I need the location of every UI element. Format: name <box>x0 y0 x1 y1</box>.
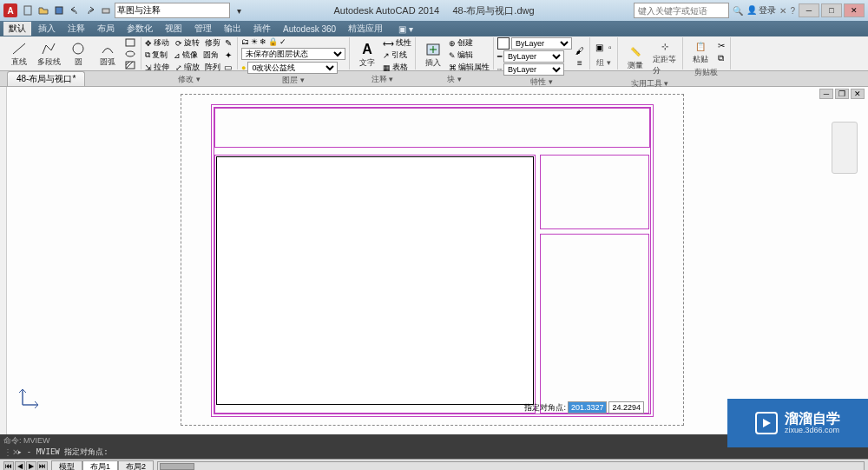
rectangle-button[interactable] <box>123 37 137 48</box>
lineweight-combo[interactable]: ByLayer <box>503 50 564 63</box>
rotate-button[interactable]: 旋转 <box>184 37 200 49</box>
command-handle-icon[interactable]: ⋮✕ <box>3 447 14 457</box>
copy-icon[interactable]: ⧉ <box>145 50 150 60</box>
doc-minimize-button[interactable]: ─ <box>819 89 833 99</box>
canvas-area[interactable]: ─ ❐ ✕ 指定对角点: 201.3327 24.2294 <box>7 87 868 434</box>
tab-annotate[interactable]: 注释 <box>62 22 90 36</box>
layer-match-icon[interactable]: ✓ <box>279 37 286 46</box>
panel-groups-label[interactable]: 组 ▾ <box>594 56 614 70</box>
text-button[interactable]: A文字 <box>353 41 381 70</box>
table-icon[interactable]: ▦ <box>383 63 391 72</box>
layer-current-combo[interactable]: 0改状公益线 <box>247 62 338 74</box>
insert-block-button[interactable]: 插入 <box>419 41 447 70</box>
create-block-icon[interactable]: ⊕ <box>449 39 456 48</box>
paste-button[interactable]: 📋粘贴 <box>687 37 714 66</box>
layer-iso-icon[interactable]: ☀ <box>251 37 258 46</box>
move-icon[interactable]: ✥ <box>145 39 152 48</box>
title-block[interactable] <box>214 108 650 148</box>
fillet-button[interactable]: 圆角 <box>203 50 219 61</box>
viewport-1-active[interactable] <box>216 156 534 405</box>
save-icon[interactable] <box>52 3 66 17</box>
ungroup-button[interactable]: ▫ <box>607 42 614 53</box>
group-button[interactable]: ▣ <box>594 42 605 53</box>
tab-featured[interactable]: 精选应用 <box>343 22 388 36</box>
table-button[interactable]: 表格 <box>392 62 408 73</box>
circle-button[interactable]: 圆 <box>64 40 92 69</box>
mirror-icon[interactable]: ⊿ <box>174 51 181 60</box>
edit-attr-button[interactable]: 编辑属性 <box>458 62 490 73</box>
panel-block-label[interactable]: 块 ▾ <box>419 73 490 86</box>
horizontal-scrollbar[interactable] <box>157 461 865 471</box>
doc-close-button[interactable]: ✕ <box>851 89 865 99</box>
layout-tab-model[interactable]: 模型 <box>51 460 82 471</box>
close-button[interactable]: ✕ <box>844 3 865 17</box>
offset-button[interactable]: ▭ <box>222 62 233 73</box>
viewport-2[interactable] <box>540 155 649 229</box>
minimize-button[interactable]: ─ <box>799 3 819 17</box>
erase-button[interactable]: ✎ <box>222 37 233 49</box>
plot-icon[interactable] <box>99 3 113 17</box>
qat-dropdown-icon[interactable]: ▾ <box>232 3 246 17</box>
doc-tab-1[interactable]: 48-布局与视口* <box>7 71 85 86</box>
new-icon[interactable] <box>21 3 35 17</box>
layout-tab-2[interactable]: 布局2 <box>118 460 154 471</box>
mirror-button[interactable]: 镜像 <box>182 50 198 61</box>
tab-a360[interactable]: Autodesk 360 <box>278 23 341 35</box>
tab-first-icon[interactable]: ⏮ <box>3 461 14 471</box>
panel-modify-label[interactable]: 修改 ▾ <box>145 73 233 86</box>
app-icon[interactable]: A <box>3 3 17 17</box>
scale-icon[interactable]: ⤢ <box>175 63 182 72</box>
list-button[interactable]: ≡ <box>574 57 586 69</box>
edit-attr-icon[interactable]: ⌘ <box>449 63 457 72</box>
edit-block-icon[interactable]: ✎ <box>449 51 456 60</box>
tab-prev-icon[interactable]: ◀ <box>15 461 25 471</box>
copy-button[interactable]: 复制 <box>152 50 168 61</box>
tab-layout[interactable]: 布局 <box>92 22 120 36</box>
linetype-combo[interactable]: ByLayer <box>503 63 564 76</box>
linear-dim-icon[interactable]: ⟷ <box>383 39 394 48</box>
tab-next-icon[interactable]: ▶ <box>26 461 36 471</box>
layer-lock-icon[interactable]: 🔒 <box>268 37 278 46</box>
signin-link[interactable]: 👤 登录 <box>746 4 777 17</box>
edit-block-button[interactable]: 编辑 <box>457 50 473 61</box>
tab-default[interactable]: 默认 <box>3 22 31 36</box>
cut-button[interactable]: ✂ <box>716 40 727 51</box>
tab-parametric[interactable]: 参数化 <box>122 22 158 36</box>
doc-restore-button[interactable]: ❐ <box>835 89 849 99</box>
tab-plugins[interactable]: 插件 <box>248 22 276 36</box>
tab-output[interactable]: 输出 <box>219 22 247 36</box>
leader-button[interactable]: 引线 <box>391 50 407 61</box>
tab-expand-icon[interactable]: ▣ ▾ <box>393 23 418 35</box>
linear-dim-button[interactable]: 线性 <box>396 37 411 49</box>
search-icon[interactable]: 🔍 <box>733 6 743 16</box>
layer-props-icon[interactable]: 🗂 <box>241 37 249 46</box>
help-icon[interactable]: ? <box>790 6 795 16</box>
tab-last-icon[interactable]: ⏭ <box>37 461 48 471</box>
scale-button[interactable]: 缩放 <box>184 62 200 73</box>
polyline-button[interactable]: 多段线 <box>35 40 62 69</box>
divide-button[interactable]: ⊹定距等分 <box>651 37 679 77</box>
help-search-input[interactable] <box>634 3 729 18</box>
arc-button[interactable]: 圆弧 <box>94 40 122 69</box>
stretch-button[interactable]: 拉伸 <box>154 62 169 73</box>
coord-x-input[interactable]: 201.3327 <box>568 401 608 414</box>
workspace-combo[interactable] <box>115 3 230 18</box>
scrollbar-thumb[interactable] <box>160 463 194 470</box>
panel-annotation-label[interactable]: 注释 ▾ <box>353 73 411 86</box>
hatch-button[interactable] <box>123 60 137 70</box>
panel-layers-label[interactable]: 图层 ▾ <box>241 74 345 87</box>
explode-button[interactable]: ✦ <box>222 50 233 61</box>
ellipse-button[interactable] <box>123 49 137 59</box>
create-block-button[interactable]: 创建 <box>457 37 473 49</box>
tab-view[interactable]: 视图 <box>160 22 187 36</box>
coord-y-input[interactable]: 24.2294 <box>608 401 644 414</box>
maximize-button[interactable]: □ <box>821 3 842 17</box>
navigation-bar[interactable] <box>832 122 858 174</box>
tab-insert[interactable]: 插入 <box>33 22 61 36</box>
match-props-button[interactable]: 🖌 <box>574 45 586 56</box>
command-prompt[interactable]: ▸ - MVIEW 指定对角点: <box>17 447 108 458</box>
move-button[interactable]: 移动 <box>154 37 169 49</box>
stretch-icon[interactable]: ⇲ <box>145 63 152 72</box>
viewport-3[interactable] <box>540 234 649 414</box>
ucs-icon[interactable] <box>19 384 43 408</box>
